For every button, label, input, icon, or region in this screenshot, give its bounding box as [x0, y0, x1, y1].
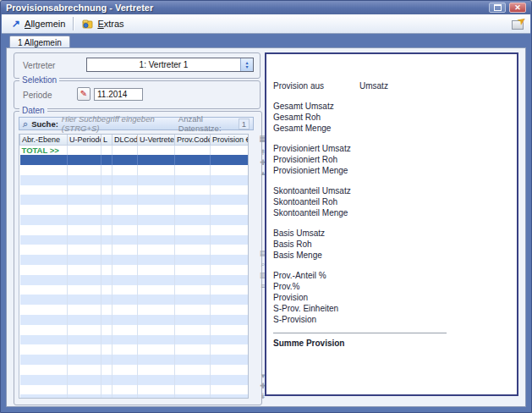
- table-row[interactable]: [20, 325, 249, 335]
- prov-group: Prov.-Anteil % Prov.% Provision S-Prov. …: [273, 270, 510, 325]
- table-row[interactable]: [20, 295, 249, 305]
- vertreter-label: Vertreter: [23, 61, 55, 70]
- table-row-selected[interactable]: [20, 155, 249, 165]
- table-row[interactable]: [20, 205, 249, 215]
- menu-allgemein-label: Allgemein: [25, 19, 65, 29]
- provision-aus-label: Provision aus: [273, 80, 359, 91]
- search-label: Suche:: [31, 119, 58, 129]
- field-label: Basis Menge: [273, 250, 510, 261]
- menu-allgemein[interactable]: ↗ Allgemein: [8, 17, 69, 30]
- table-row[interactable]: [20, 335, 249, 345]
- provision-detail-panel: Provision aus Umsatz Gesamt Umsatz Gesam…: [265, 52, 518, 396]
- table-row[interactable]: [20, 315, 249, 325]
- record-count-label: Anzahl Datensätze:: [178, 114, 236, 133]
- column-header[interactable]: DLCode: [112, 135, 138, 146]
- field-label: Skontoanteil Roh: [273, 196, 510, 207]
- tab-allgemein[interactable]: 1 Allgemein: [9, 36, 70, 48]
- daten-group: Daten ⌕ Suche: Hier Suchbegriff eingeben…: [14, 111, 262, 405]
- extras-icon: [82, 19, 93, 29]
- field-label: Skontoanteil Umsatz: [273, 185, 510, 196]
- table-row[interactable]: [20, 285, 249, 295]
- export-button[interactable]: ➤: [511, 18, 524, 30]
- table-row[interactable]: [20, 215, 249, 225]
- toolbar-separator: [73, 17, 74, 30]
- table-row[interactable]: [20, 225, 249, 235]
- vertreter-combobox[interactable]: 1: Vertreter 1 ▴ ▾: [86, 58, 254, 72]
- column-header[interactable]: Prov.Code: [175, 135, 211, 146]
- field-label: S-Provision: [273, 314, 510, 325]
- basis-group: Basis Umsatz Basis Roh Basis Menge: [273, 228, 510, 261]
- periode-label: Periode: [23, 91, 52, 100]
- table-row[interactable]: [20, 165, 249, 175]
- field-label: Prov.-Anteil %: [273, 270, 510, 281]
- gesamt-group: Gesamt Umsatz Gesamt Roh Gesamt Menge: [273, 101, 510, 134]
- summe-provision-label: Summe Provision: [273, 338, 510, 349]
- search-placeholder: Hier Suchbegriff eingeben (STRG+S): [62, 114, 175, 133]
- table-row[interactable]: [20, 365, 249, 375]
- table-row[interactable]: [20, 245, 249, 255]
- field-label: Gesamt Menge: [273, 123, 510, 134]
- skontoanteil-group: Skontoanteil Umsatz Skontoanteil Roh Sko…: [273, 185, 510, 218]
- edit-calendar-icon: ✎: [80, 90, 87, 98]
- table-row[interactable]: [20, 394, 249, 399]
- sum-divider: [273, 333, 447, 333]
- column-header[interactable]: Abr.-Ebene: [20, 135, 68, 146]
- spinner-button[interactable]: ▴ ▾: [240, 58, 253, 71]
- field-label: Basis Umsatz: [273, 228, 510, 239]
- periode-input[interactable]: [94, 88, 143, 101]
- field-label: Gesamt Roh: [273, 112, 510, 123]
- window-title: Provisionsabrechnung - Vertreter: [6, 3, 153, 13]
- tab-allgemein-label: 1 Allgemein: [18, 38, 62, 47]
- record-count: Anzahl Datensätze: 1: [178, 114, 250, 133]
- provisioniert-group: Provisioniert Umsatz Provisioniert Roh P…: [273, 143, 510, 176]
- field-label: Provisioniert Roh: [273, 154, 510, 165]
- menu-extras[interactable]: Extras: [78, 17, 128, 30]
- table-row[interactable]: [20, 185, 249, 195]
- main-panel: Vertreter 1: Vertreter 1 ▴ ▾ Selektion P…: [6, 47, 526, 407]
- restore-icon: [494, 4, 502, 11]
- minimize-button[interactable]: [489, 3, 506, 13]
- field-label: S-Prov. Einheiten: [273, 303, 510, 314]
- table-row[interactable]: [20, 195, 249, 205]
- titlebar[interactable]: Provisionsabrechnung - Vertreter ✕: [1, 1, 531, 14]
- column-header[interactable]: L: [101, 135, 112, 146]
- table-row-total[interactable]: TOTAL >>: [20, 146, 249, 156]
- periode-picker-button[interactable]: ✎: [77, 87, 90, 101]
- data-grid: Abr.-Ebene U-Periode L DLCode U-Vertrete…: [19, 134, 249, 399]
- provision-aus-value: Umsatz: [359, 80, 388, 91]
- grid-body: TOTAL >>: [20, 146, 249, 399]
- close-button[interactable]: ✕: [509, 3, 526, 13]
- menu-extras-label: Extras: [97, 19, 123, 29]
- search-icon: ⌕: [23, 119, 28, 128]
- app-window: Provisionsabrechnung - Vertreter ✕ ↗ All…: [0, 0, 532, 413]
- field-label: Basis Roh: [273, 239, 510, 250]
- field-label: Provisioniert Menge: [273, 165, 510, 176]
- field-label: Prov.%: [273, 281, 510, 292]
- column-header[interactable]: U-Periode: [68, 135, 101, 146]
- table-row[interactable]: [20, 235, 249, 245]
- daten-caption: Daten: [19, 106, 47, 116]
- selektion-caption: Selektion: [19, 75, 59, 85]
- table-row[interactable]: [20, 265, 249, 275]
- table-row[interactable]: [20, 305, 249, 315]
- table-row[interactable]: [20, 275, 249, 285]
- table-row[interactable]: [20, 255, 249, 265]
- field-label: Provision: [273, 292, 510, 303]
- field-label: Gesamt Umsatz: [273, 101, 510, 112]
- table-row[interactable]: [20, 175, 249, 185]
- table-row[interactable]: [20, 344, 249, 355]
- selektion-group: Selektion Periode ✎: [14, 80, 261, 109]
- field-label: Skontoanteil Menge: [273, 207, 510, 218]
- table-row[interactable]: [20, 385, 249, 395]
- table-row[interactable]: [20, 355, 249, 365]
- field-label: Provisioniert Umsatz: [273, 143, 510, 154]
- grid-header-row: Abr.-Ebene U-Periode L DLCode U-Vertrete…: [20, 135, 249, 146]
- column-header[interactable]: Provision €: [211, 135, 249, 146]
- search-bar[interactable]: ⌕ Suche: Hier Suchbegriff eingeben (STRG…: [19, 117, 254, 130]
- column-header[interactable]: U-Vertreter: [138, 135, 175, 146]
- spinner-down-icon: ▾: [245, 65, 248, 69]
- vertreter-combobox-value: 1: Vertreter 1: [87, 58, 240, 71]
- record-count-value: 1: [239, 118, 250, 129]
- arrow-up-right-icon: ↗: [12, 19, 20, 28]
- table-row[interactable]: [20, 375, 249, 385]
